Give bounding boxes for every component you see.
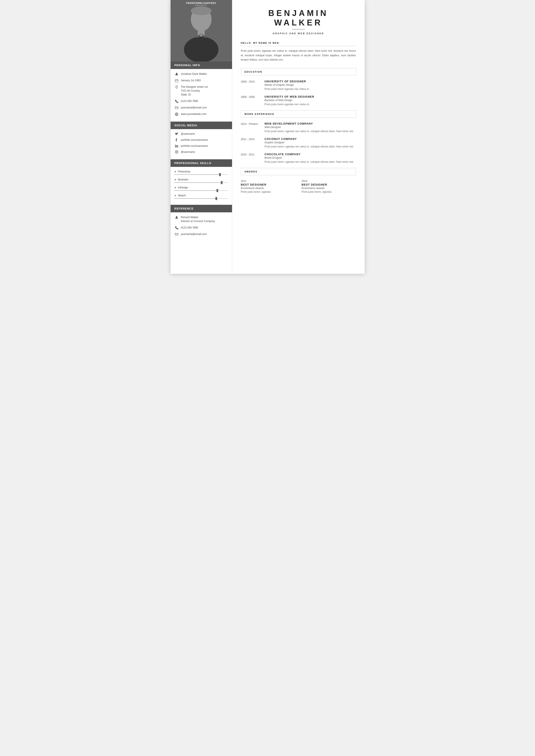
email-text: yourname@email.com (181, 106, 207, 110)
facebook-item: portfolio.com/username (175, 138, 228, 142)
award-1: 2011 BEST DESIGNER Ecommerce Awards Proi… (241, 179, 295, 193)
location-icon (175, 85, 179, 89)
resume-title-section: GRAPHIC AND WEB DESIGNER (241, 29, 356, 35)
edu-desc-2: Proin justo lorem egestas nec metus in. (265, 102, 356, 106)
skill-sketch: + Sketch (175, 194, 228, 199)
svg-point-20 (175, 145, 176, 145)
skill-sketch-label: Sketch (178, 194, 186, 197)
award-desc-2: Proin justo lorem, egestas (302, 190, 356, 193)
skill-plus-icon-3: + (175, 186, 176, 189)
social-media-header: SOCIAL MEDIA (171, 122, 232, 129)
work-entry-1: 2014 - Present WEB DEVELOPMENT COMPANY W… (241, 122, 356, 133)
work-desc-1: Proin justo lorem, egestas nec netus in,… (265, 129, 356, 133)
website-item: www.yourwebsite.com (175, 112, 228, 116)
award-title-2: BEST DESIGNER (302, 183, 356, 186)
main-content: BENJAMIN WALKER GRAPHIC AND WEB DESIGNER… (232, 0, 365, 274)
edu-details-2: UNIVERSITY OF WEB DESIGNER Bachelor of W… (265, 95, 356, 106)
linkedin-icon (175, 144, 179, 148)
address-item: The Designer street 1st TXS UK.Country S… (175, 85, 228, 96)
personal-info-content: Jonathan Dave Walker January 1st 1993 Th… (171, 69, 232, 122)
work-company-2: COCONUT COMPANY (265, 137, 356, 141)
education-title: EDUCATION (244, 70, 352, 73)
facebook-icon (175, 138, 179, 142)
skill-indesign: + InDesign (175, 186, 228, 191)
work-experience-section: WORK EXPERIENCE (241, 110, 356, 118)
twitter-item: @username (175, 132, 228, 136)
work-experience-title: WORK EXPERIENCE (244, 113, 352, 115)
dob-text: January 1st 1993 (181, 78, 201, 82)
website-text: www.yourwebsite.com (181, 112, 207, 116)
work-year-3: 2010 - 2011 (241, 153, 260, 164)
work-year-2: 2011 - 2014 (241, 137, 260, 149)
svg-point-7 (176, 73, 177, 74)
ref-phone-icon (175, 226, 179, 230)
person-icon (175, 72, 179, 76)
social-media-content: @username portfolio.com/username portfol… (171, 129, 232, 159)
ref-name-item: Richard Walker Director at Coconut Compa… (175, 215, 228, 223)
svg-point-23 (177, 151, 178, 151)
work-year-1: 2014 - Present (241, 122, 260, 133)
name-text: Jonathan Dave Walker (181, 72, 207, 76)
brand-name: FREEDOWNLOäDPSD® (171, 2, 232, 4)
linkedin-text: portfolio.com/username (181, 145, 208, 148)
award-2: 2014 BEST DESIGNER Ecommerce Awards Proi… (302, 179, 356, 193)
edu-degree-1: Master of Graphic Design (265, 83, 356, 87)
first-name: BENJAMIN (241, 9, 356, 18)
work-role-3: Brand Drsigner (265, 156, 356, 159)
awards-section: AWARDS (241, 168, 356, 175)
email-icon (175, 106, 179, 110)
svg-point-12 (176, 87, 177, 87)
education-entries: 2009 - 2010 UNIVERSITY OF DESIGNER Maste… (241, 80, 356, 106)
name-item: Jonathan Dave Walker (175, 72, 228, 76)
brand-overlay: FREEDOWNLOäDPSD® PRESENT (171, 2, 232, 7)
edu-details-1: UNIVERSITY OF DESIGNER Master of Graphic… (265, 80, 356, 91)
award-org-2: Ecommerce Awards (302, 187, 356, 190)
twitter-icon (175, 132, 179, 136)
skill-illustrator-bar (175, 182, 228, 183)
ref-email-item: yourname@email.com (175, 232, 228, 236)
instagram-item: @username (175, 150, 228, 154)
svg-point-6 (191, 7, 211, 15)
work-desc-3: Proin justo lorem, egestas nec netus in,… (265, 160, 356, 164)
skill-photoshop-bar (175, 175, 228, 175)
ref-phone-text: 0123 456 7890 (181, 226, 198, 230)
work-details-1: WEB DEVELOPMENT COMPANY Web-Designer Pro… (265, 122, 356, 133)
skill-sketch-bar (175, 198, 228, 199)
reference-header: REFERENCE (171, 205, 232, 212)
work-details-3: CHOCOLATE COMPANY Brand Drsigner Proin j… (265, 153, 356, 164)
reference-content: Richard Walker Director at Coconut Compa… (171, 212, 232, 242)
edu-year-2: 2008 - 2009 (241, 95, 260, 106)
award-year-2: 2014 (302, 179, 356, 183)
email-item: yourname@email.com (175, 106, 228, 110)
svg-point-24 (176, 216, 177, 218)
edu-year-1: 2009 - 2010 (241, 80, 260, 91)
last-name: WALKER (241, 18, 356, 28)
photo-silhouette (171, 0, 232, 62)
awards-grid: 2011 BEST DESIGNER Ecommerce Awards Proi… (241, 179, 356, 193)
personal-info-header: PERSONAL INFO (171, 62, 232, 69)
svg-rect-19 (175, 145, 176, 148)
ref-name-text: Richard Walker Director at Coconut Compa… (181, 215, 215, 223)
title-divider (292, 29, 305, 30)
edu-desc-1: Proin justo lorem egestas nec metus in. (265, 87, 356, 91)
intro-body: Proin justo lorem, egestas nec metus in,… (241, 49, 356, 62)
calendar-icon (175, 79, 179, 82)
award-year-1: 2011 (241, 179, 295, 183)
award-org-1: Ecommerce Awards (241, 187, 295, 190)
svg-point-3 (184, 37, 218, 62)
work-role-2: Graphic Designer (265, 141, 356, 144)
job-title: GRAPHIC AND WEB DESIGNER (272, 32, 324, 35)
facebook-text: portfolio.com/username (181, 138, 208, 141)
skills-header: PROFESSIONAL SKILLS (171, 159, 232, 167)
ref-email-text: yourname@email.com (181, 232, 207, 236)
skill-plus-icon-2: + (175, 178, 176, 181)
dob-item: January 1st 1993 (175, 78, 228, 82)
award-title-1: BEST DESIGNER (241, 183, 295, 186)
education-entry-2: 2008 - 2009 UNIVERSITY OF WEB DESIGNER B… (241, 95, 356, 106)
awards-title: AWARDS (244, 170, 352, 173)
work-desc-2: Proin justo lorem, egestas nec netus in,… (265, 145, 356, 149)
work-experience-entries: 2014 - Present WEB DEVELOPMENT COMPANY W… (241, 122, 356, 164)
work-entry-2: 2011 - 2014 COCONUT COMPANY Graphic Desi… (241, 137, 356, 149)
work-details-2: COCONUT COMPANY Graphic Designer Proin j… (265, 137, 356, 149)
resume-page: FREEDOWNLOäDPSD® PRESENT PERSONAL (171, 0, 365, 274)
